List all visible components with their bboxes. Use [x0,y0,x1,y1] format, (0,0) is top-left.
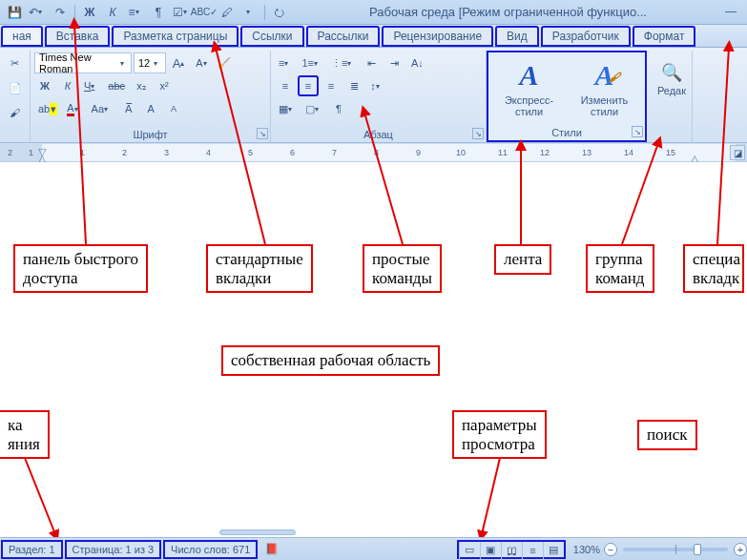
editing-label: Редак [657,85,686,97]
view-print-layout-button[interactable]: ▭ [459,542,480,559]
increase-indent-button[interactable]: ⇥ [384,52,405,73]
editing-button[interactable]: 🔍 Редак [651,52,693,99]
superscript-button[interactable]: x² [154,75,175,96]
numbered-list-button[interactable]: 1≡▾ [298,52,325,73]
status-page[interactable]: Страница: 1 из 3 [65,540,162,559]
format-painter-icon[interactable]: 🖌 [4,102,26,123]
ruler-tick: 10 [456,148,466,157]
customize-qat-icon[interactable]: ▾ [239,3,260,22]
tab-mailings[interactable]: Рассылки [306,26,381,47]
callout-qat: панель быстрого доступа [13,244,148,293]
font-color-button[interactable]: A▾ [63,98,85,119]
undo-icon[interactable]: ↶▾ [27,3,48,22]
shrink-font-icon[interactable]: A▾ [191,52,212,73]
view-buttons: ▭ ▣ 🕮 ≡ ▤ [457,540,566,559]
strikethrough-button[interactable]: abc [104,75,129,96]
checkbox-icon[interactable]: ☑▾ [171,3,192,22]
text-highlight-button[interactable]: ab▾ [34,98,61,119]
copy-icon[interactable]: 📄 [4,77,26,98]
bold-icon[interactable]: Ж [79,3,100,22]
show-all-button[interactable]: ¶ [328,98,349,119]
minimize-button[interactable]: — [718,5,743,20]
change-case-button[interactable]: Aa▾ [88,98,115,119]
italic-button[interactable]: К [57,75,78,96]
ruler-tick: 2 [8,148,12,157]
view-web-layout-button[interactable]: 🕮 [501,542,522,559]
font-size-combo[interactable]: 12▾ [134,52,166,73]
view-full-screen-button[interactable]: ▣ [480,542,501,559]
grow-font-icon[interactable]: A▴ [168,52,189,73]
repeat-icon[interactable]: ⭮ [269,3,290,22]
ruler-tick: 2 [122,148,127,157]
proofing-icon[interactable]: 📕 [259,543,285,555]
callout-tabs: стандартные вкладки [206,244,313,293]
tab-insert[interactable]: Вставка [45,26,111,47]
status-section[interactable]: Раздел: 1 [1,540,63,559]
font-dialog-launcher[interactable]: ↘ [257,128,268,139]
clear-formatting-icon[interactable]: 🧹 [214,52,235,73]
decrease-indent-button[interactable]: ⇤ [361,52,382,73]
styles-dialog-launcher[interactable]: ↘ [632,126,643,137]
borders-button[interactable]: ▢▾ [301,98,326,119]
tab-format[interactable]: Формат [633,26,696,47]
cut-icon[interactable]: ✂ [4,52,26,73]
tab-references[interactable]: Ссылки [240,26,303,47]
char-scale-button[interactable]: A̅ [117,98,138,119]
ruler-tick: 1 [29,148,33,157]
shading-button[interactable]: ▦▾ [275,98,300,119]
horizontal-scroll-track[interactable] [219,529,296,535]
status-word-count[interactable]: Число слов: 671 [163,540,258,559]
redo-icon[interactable]: ↷ [50,3,71,22]
tab-page-layout[interactable]: Разметка страницы [112,26,239,47]
ruler-tick: 9 [416,148,421,157]
font-name-value: Times New Roman [39,52,120,74]
quick-styles-button[interactable]: A Экспресс-стили [492,56,566,121]
save-icon[interactable]: 💾 [4,3,25,22]
callout-state: ка яния [0,410,50,459]
shrink-font2-icon[interactable]: A [163,98,184,119]
ruler-margin-left [0,144,42,161]
window-title: Рабочая среда [Режим ограниченной функци… [292,5,716,19]
spellcheck-icon[interactable]: ABC✓ [194,3,215,22]
paragraph-mark-icon[interactable]: ¶ [148,3,169,22]
highlighter-icon[interactable]: 🖊 [217,3,238,22]
bullets-icon[interactable]: ≡▾ [125,3,146,22]
tab-review[interactable]: Рецензирование [382,26,493,47]
align-right-button[interactable]: ≡ [321,75,342,96]
zoom-slider[interactable] [623,548,728,551]
para-dialog-launcher[interactable]: ↘ [472,128,484,139]
align-center-button[interactable]: ≡ [298,75,319,96]
zoom-slider-thumb[interactable] [694,544,701,555]
change-styles-button[interactable]: A🖌 Изменить стили [568,56,641,121]
ruler-tick: 7 [332,148,337,157]
zoom-out-button[interactable]: − [604,543,617,556]
ruler-tick: 6 [290,148,295,157]
font-size-value: 12 [138,57,150,69]
align-left-button[interactable]: ≡ [275,75,296,96]
callout-viewparams: параметры просмотра [452,410,547,459]
status-bar: Раздел: 1 Страница: 1 из 3 Число слов: 6… [0,537,747,560]
zoom-level[interactable]: 130% [570,544,604,555]
view-outline-button[interactable]: ≡ [522,542,543,559]
subscript-button[interactable]: x₂ [131,75,152,96]
tab-home[interactable]: ная [1,26,43,47]
callout-search: поиск [637,420,697,450]
sort-button[interactable]: A↓ [406,52,427,73]
bold-button[interactable]: Ж [34,75,55,96]
multilevel-list-button[interactable]: ⋮≡▾ [327,52,359,73]
view-draft-button[interactable]: ▤ [543,542,564,559]
italic-icon[interactable]: К [102,3,123,22]
horizontal-ruler[interactable]: ▽ △ △ 2 1 1 2 3 4 5 6 7 8 9 10 11 12 13 … [0,143,747,162]
zoom-in-button[interactable]: + [734,543,747,556]
tab-view[interactable]: Вид [495,26,539,47]
ruler-toggle-button[interactable]: ◪ [730,145,745,160]
underline-button[interactable]: Ч▾ [80,75,102,96]
group-label-styles: Стили [492,126,641,140]
justify-button[interactable]: ≣ [343,75,364,96]
tab-developer[interactable]: Разработчик [541,26,631,47]
line-spacing-button[interactable]: ↕▾ [366,75,387,96]
grow-font2-icon[interactable]: A [140,98,161,119]
callout-cmds: простые команды [363,244,442,293]
font-name-combo[interactable]: Times New Roman▾ [34,52,132,73]
bulleted-list-button[interactable]: ≡▾ [275,52,296,73]
